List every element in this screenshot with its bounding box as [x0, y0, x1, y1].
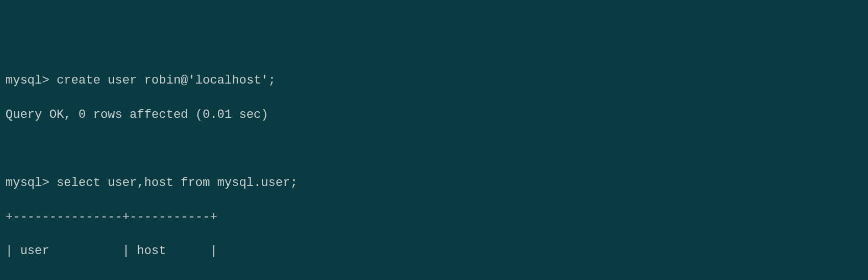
mysql-prompt: mysql>: [6, 176, 49, 190]
table-border-mid: +---------------+-----------+: [6, 277, 862, 280]
command-text: select user,host from mysql.user;: [56, 176, 297, 190]
command-line-2[interactable]: mysql> select user,host from mysql.user;: [6, 175, 862, 192]
blank-line: [6, 141, 862, 158]
mysql-prompt: mysql>: [6, 74, 49, 87]
query-result-1: Query OK, 0 rows affected (0.01 sec): [6, 107, 862, 124]
command-text: create user robin@'localhost';: [56, 74, 275, 87]
table-header: | user | host |: [6, 243, 862, 260]
command-line-1[interactable]: mysql> create user robin@'localhost';: [6, 72, 862, 90]
table-border-top: +---------------+-----------+: [6, 209, 862, 226]
